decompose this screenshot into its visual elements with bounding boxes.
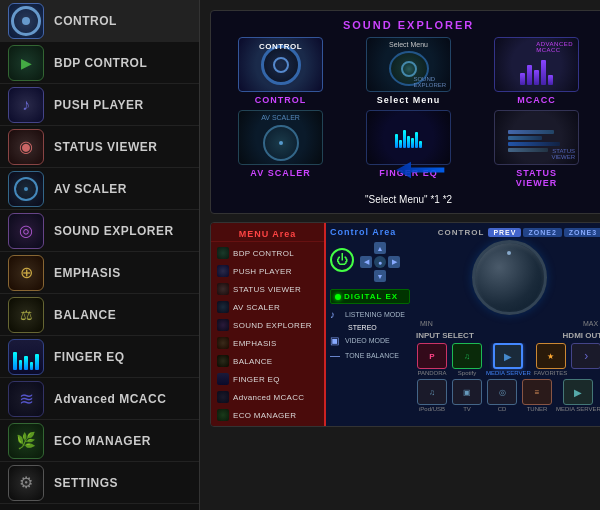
se-item-status-viewer[interactable]: STATUSVIEWER STATUSVIEWER xyxy=(475,110,598,188)
sidebar-item-finger-eq[interactable]: FINGER EQ xyxy=(0,336,199,378)
se-status-badge: STATUSVIEWER xyxy=(551,148,575,160)
input-select-section: INPUT SELECT HDMI OUT P PANDORA ♫ Spot xyxy=(416,331,600,412)
power-button[interactable] xyxy=(330,248,354,272)
menu-label-push: PUSH PLAYER xyxy=(233,267,292,276)
d-pad: ▲ ◀ ● ▶ ▼ xyxy=(360,242,400,282)
content-area: SOUND EXPLORER CONTROL CONTROL Select Me… xyxy=(200,0,600,510)
sidebar-item-bdp-control[interactable]: BDP CONTROL xyxy=(0,42,199,84)
dpad-left[interactable]: ◀ xyxy=(360,256,372,268)
sidebar-item-sound-explorer[interactable]: SOUND EXPLORER xyxy=(0,210,199,252)
se-av-label-top: AV SCALER xyxy=(261,114,300,121)
input-cd[interactable]: ◎ CD xyxy=(486,379,518,412)
mcacc-icon xyxy=(8,381,44,417)
ctrl-tab-zone2[interactable]: ZONE2 xyxy=(523,228,561,237)
input-ipod[interactable]: ♫ iPod/USB xyxy=(416,379,448,412)
video-mode-label: VIDEO MODE xyxy=(345,337,390,344)
menu-icon-finger-eq xyxy=(217,373,229,385)
digital-ex-text: DIGITAL EX xyxy=(344,292,398,301)
video-mode-icon: ▣ xyxy=(330,335,342,346)
control-panel: MENU Area BDP CONTROL PUSH PLAYER STATUS… xyxy=(210,222,600,427)
dpad-down[interactable]: ▼ xyxy=(374,270,386,282)
mediaserver-label: MEDIA SERVER xyxy=(486,370,531,376)
menu-item-settings-m[interactable]: SETTINGS xyxy=(211,424,324,427)
cd-label: CD xyxy=(498,406,507,412)
menu-label-emphasis: EMPHASIS xyxy=(233,339,277,348)
se-item-mcacc[interactable]: ADVANCEDMCACC MCACC xyxy=(475,37,598,105)
dpad-up[interactable]: ▲ xyxy=(374,242,386,254)
sidebar-item-push-player[interactable]: PUSH PLAYER xyxy=(0,84,199,126)
input-pandora[interactable]: P PANDORA xyxy=(416,343,448,376)
menu-label-sound-exp: SOUND EXPLORER xyxy=(233,321,312,330)
se-thumb-status-viewer: STATUSVIEWER xyxy=(494,110,579,165)
knob-max-label: MAX xyxy=(583,320,598,327)
mediaserver-icon: ▶ xyxy=(493,343,523,369)
sidebar-label-sound: SOUND EXPLORER xyxy=(54,224,174,238)
menu-item-push[interactable]: PUSH PLAYER xyxy=(211,262,324,280)
menu-icon-emphasis xyxy=(217,337,229,349)
menu-item-balance[interactable]: BALANCE xyxy=(211,352,324,370)
sidebar-item-balance[interactable]: BALANCE xyxy=(0,294,199,336)
menu-item-emphasis[interactable]: EMPHASIS xyxy=(211,334,324,352)
volume-knob[interactable] xyxy=(472,240,547,315)
input-row-2: ♫ iPod/USB ▣ TV ◎ CD xyxy=(416,379,600,412)
menu-item-mcacc[interactable]: Advanced MCACC xyxy=(211,388,324,406)
ctrl-tab-prev[interactable]: PREV xyxy=(488,228,521,237)
ctrl-header-label: CONTROL xyxy=(438,228,485,237)
ctrl-tab-zone3[interactable]: ZONE3 xyxy=(564,228,600,237)
sidebar-item-mcacc[interactable]: Advanced MCACC xyxy=(0,378,199,420)
se-item-select-menu[interactable]: Select Menu SOUNDEXPLORER Select Menu xyxy=(347,37,470,105)
menu-item-eco[interactable]: ECO MANAGER xyxy=(211,406,324,424)
se-item-av-scaler[interactable]: AV SCALER AV SCALER xyxy=(219,110,342,188)
menu-icon-balance xyxy=(217,355,229,367)
input-tuner[interactable]: ≡ TUNER xyxy=(521,379,553,412)
se-item-control[interactable]: CONTROL CONTROL xyxy=(219,37,342,105)
sidebar-item-settings[interactable]: SETTINGS xyxy=(0,462,199,504)
menu-item-bdp[interactable]: BDP CONTROL xyxy=(211,244,324,262)
ipod-icon: ♫ xyxy=(417,379,447,405)
se-thumb-select-menu: Select Menu SOUNDEXPLORER xyxy=(366,37,451,92)
digital-ex-display: DIGITAL EX xyxy=(330,289,410,304)
sidebar-item-emphasis[interactable]: EMPHASIS xyxy=(0,252,199,294)
balance-icon xyxy=(8,297,44,333)
se-label-status-viewer: STATUSVIEWER xyxy=(516,168,558,188)
select-menu-label: Select Menu xyxy=(389,41,428,48)
avscaler-icon xyxy=(8,171,44,207)
se-thumb-mcacc: ADVANCEDMCACC xyxy=(494,37,579,92)
menu-icon-sound-exp xyxy=(217,319,229,331)
status-icon xyxy=(8,129,44,165)
push-icon xyxy=(8,87,44,123)
ctrl-right-panel: MIN MAX INPUT SELECT HDMI OUT P xyxy=(416,240,600,412)
menu-item-av[interactable]: AV SCALER xyxy=(211,298,324,316)
sidebar-item-status-viewer[interactable]: STATUS VIEWER xyxy=(0,126,199,168)
sidebar-item-eco-manager[interactable]: ECO MANAGER xyxy=(0,420,199,462)
sidebar-item-control[interactable]: CONTROL xyxy=(0,0,199,42)
menu-item-finger-eq[interactable]: FINGER EQ xyxy=(211,370,324,388)
menu-icon-av xyxy=(217,301,229,313)
listening-mode-value-row: STEREO xyxy=(330,324,410,331)
menu-label-balance: BALANCE xyxy=(233,357,272,366)
dpad-right[interactable]: ▶ xyxy=(388,256,400,268)
spotify-icon: ♫ xyxy=(452,343,482,369)
more-icon: › xyxy=(571,343,600,369)
sidebar-item-av-scaler[interactable]: AV SCALER xyxy=(0,168,199,210)
sidebar-label-bdp: BDP CONTROL xyxy=(54,56,147,70)
input-header: INPUT SELECT HDMI OUT xyxy=(416,331,600,340)
knob-min-label: MIN xyxy=(420,320,433,327)
dpad-center[interactable]: ● xyxy=(374,256,386,268)
menu-item-status[interactable]: STATUS VIEWER xyxy=(211,280,324,298)
input-mediaserver2[interactable]: ▶ MEDIA SERVER xyxy=(556,379,600,412)
pandora-icon: P xyxy=(417,343,447,369)
menu-label-eco: ECO MANAGER xyxy=(233,411,296,420)
menu-item-sound-exp[interactable]: SOUND EXPLORER xyxy=(211,316,324,334)
ctrl-area: Control Area CONTROL PREV ZONE2 ZONE3 xyxy=(326,223,600,426)
input-favorites[interactable]: ★ FAVORITES xyxy=(534,343,567,376)
mcacc-bars xyxy=(520,55,553,85)
ipod-label: iPod/USB xyxy=(419,406,445,412)
se-control-label-top: CONTROL xyxy=(259,42,302,51)
listening-mode-label: LISTENING MODE xyxy=(345,311,405,318)
input-spotify[interactable]: ♫ Spotify xyxy=(451,343,483,376)
fingereq-icon xyxy=(8,339,44,375)
input-media-server[interactable]: ▶ MEDIA SERVER xyxy=(486,343,531,376)
input-more[interactable]: › xyxy=(570,343,600,376)
input-tv[interactable]: ▣ TV xyxy=(451,379,483,412)
